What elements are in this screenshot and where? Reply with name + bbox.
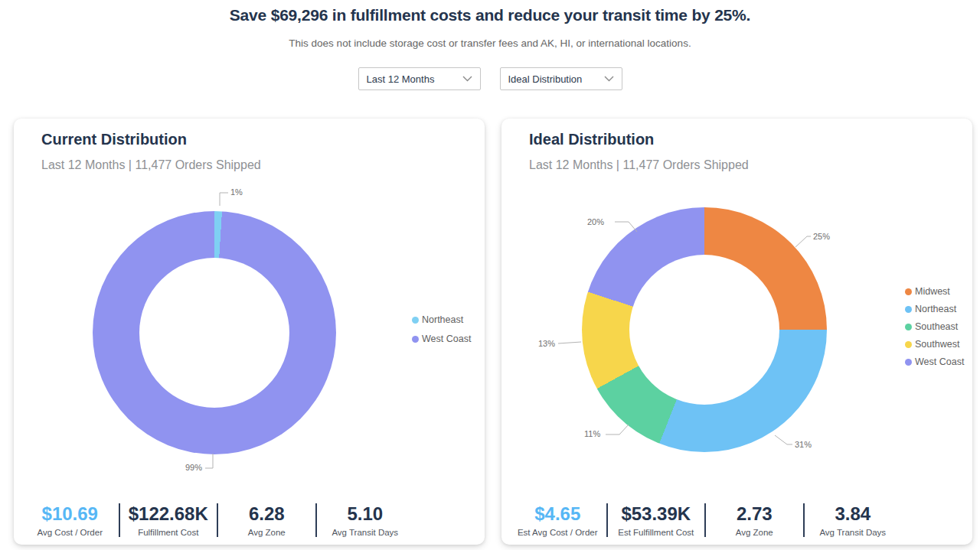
slice-label-southeast: 11% [584, 429, 600, 438]
legend-label: Midwest [915, 286, 950, 297]
slice-label-northeast: 1% [230, 187, 243, 197]
card-subtitle: Last 12 Months | 11,477 Orders Shipped [529, 158, 749, 172]
donut-hole [139, 258, 289, 408]
card-subtitle: Last 12 Months | 11,477 Orders Shipped [41, 158, 261, 172]
stat-value: $4.65 [509, 503, 606, 526]
legend-item-southwest[interactable]: Southwest [905, 339, 964, 350]
legend-label: Southeast [915, 321, 958, 332]
legend-item-west-coast[interactable]: West Coast [905, 356, 964, 367]
slice-label-northeast: 31% [795, 440, 812, 449]
legend-dot [412, 317, 419, 324]
stat-value: $53.39K [608, 503, 705, 526]
card-title: Current Distribution [41, 131, 187, 148]
chevron-down-icon [462, 76, 472, 82]
legend-dot [905, 306, 912, 313]
stats-row: $4.65 Est Avg Cost / Order $53.39K Est F… [509, 503, 901, 537]
stat-avg-zone: 2.73 Avg Zone [706, 503, 803, 537]
legend-label: West Coast [915, 356, 964, 367]
slice-label-southwest: 13% [538, 339, 555, 348]
donut-chart-current[interactable] [93, 211, 336, 454]
card-ideal-distribution: Ideal Distribution Last 12 Months | 11,4… [501, 119, 972, 545]
stat-avg-zone: 6.28 Avg Zone [218, 503, 315, 537]
stat-est-avg-cost-order: $4.65 Est Avg Cost / Order [509, 503, 606, 537]
stat-label: Avg Transit Days [317, 528, 414, 537]
legend-dot [905, 359, 912, 366]
stat-value: 6.28 [218, 503, 315, 526]
stat-est-fulfillment-cost: $53.39K Est Fulfillment Cost [608, 503, 705, 537]
stat-label: Avg Zone [706, 528, 803, 537]
legend-label: Northeast [915, 304, 956, 314]
stat-fulfillment-cost: $122.68K Fulfillment Cost [120, 503, 217, 537]
slice-label-west-coast: 20% [587, 217, 604, 226]
card-current-distribution: Current Distribution Last 12 Months | 11… [14, 119, 485, 545]
legend-current: Northeast West Coast [412, 314, 471, 344]
fulfillment-dashboard: Save $69,296 in fulfillment costs and re… [0, 0, 980, 550]
legend-item-midwest[interactable]: Midwest [905, 286, 964, 297]
stat-avg-cost-order: $10.69 Avg Cost / Order [21, 503, 119, 537]
stat-value: $10.69 [21, 503, 119, 526]
legend-label: Northeast [422, 314, 463, 325]
stat-label: Avg Zone [218, 528, 315, 537]
legend-item-northeast[interactable]: Northeast [412, 314, 471, 325]
legend-dot [905, 341, 912, 348]
stat-avg-transit-days: 3.84 Avg Transit Days [805, 503, 902, 537]
stat-value: $122.68K [120, 503, 217, 526]
legend-ideal: Midwest Northeast Southeast Southwest We… [905, 286, 964, 367]
slice-label-west-coast: 99% [185, 463, 202, 472]
stat-value: 5.10 [317, 503, 414, 526]
donut-hole [629, 255, 779, 405]
time-range-dropdown[interactable]: Last 12 Months [358, 67, 481, 90]
slice-label-midwest: 25% [813, 232, 830, 241]
legend-dot [905, 324, 912, 330]
stat-label: Fulfillment Cost [120, 528, 217, 537]
page-title: Save $69,296 in fulfillment costs and re… [0, 6, 980, 24]
stat-value: 2.73 [706, 503, 803, 526]
legend-dot [412, 336, 419, 343]
filter-controls: Last 12 Months Ideal Distribution [0, 67, 980, 90]
page-subtitle: This does not include storage cost or tr… [0, 37, 980, 49]
stat-avg-transit-days: 5.10 Avg Transit Days [317, 503, 414, 537]
chevron-down-icon [604, 76, 614, 82]
stat-label: Est Avg Cost / Order [509, 528, 606, 537]
donut-chart-ideal[interactable] [582, 207, 827, 452]
stats-row: $10.69 Avg Cost / Order $122.68K Fulfill… [21, 503, 413, 537]
card-title: Ideal Distribution [529, 131, 654, 148]
legend-item-northeast[interactable]: Northeast [905, 304, 964, 314]
legend-item-southeast[interactable]: Southeast [905, 321, 964, 332]
stat-label: Avg Transit Days [805, 528, 902, 537]
time-range-value: Last 12 Months [367, 73, 435, 85]
stat-label: Avg Cost / Order [21, 528, 119, 537]
distribution-value: Ideal Distribution [508, 73, 583, 85]
distribution-dropdown[interactable]: Ideal Distribution [500, 67, 622, 90]
legend-dot [905, 288, 912, 295]
stat-label: Est Fulfillment Cost [608, 528, 705, 537]
legend-item-west-coast[interactable]: West Coast [412, 334, 471, 344]
legend-label: West Coast [422, 334, 471, 344]
stat-value: 3.84 [805, 503, 902, 526]
legend-label: Southwest [915, 339, 959, 350]
